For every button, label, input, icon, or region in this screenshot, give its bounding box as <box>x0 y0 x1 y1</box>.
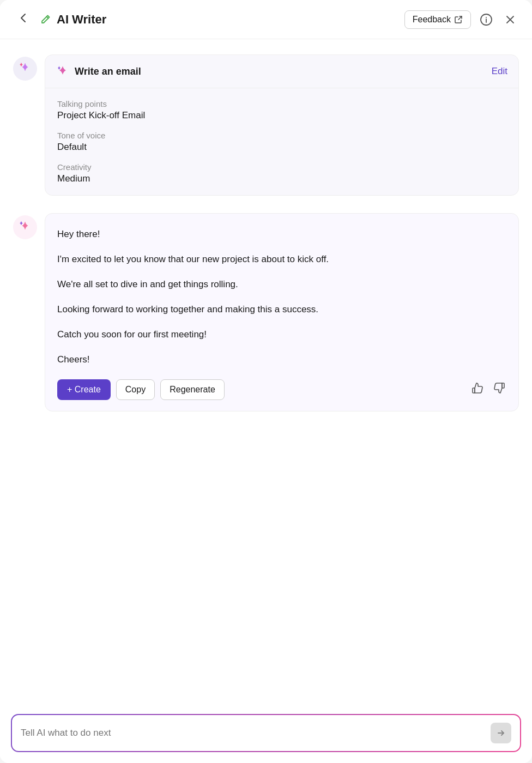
response-p5: Catch you soon for our first meeting! <box>57 327 506 342</box>
sparkle-icon-response <box>18 220 32 234</box>
input-outer <box>11 714 521 752</box>
info-icon <box>480 13 493 26</box>
creativity-value: Medium <box>57 173 506 184</box>
prompt-card-header: Write an email Edit <box>45 55 518 88</box>
external-link-icon <box>454 15 463 24</box>
prompt-field-creativity: Creativity Medium <box>57 162 506 184</box>
prompt-field-talking-points: Talking points Project Kick-off Email <box>57 99 506 121</box>
response-p3: We're all set to dive in and get things … <box>57 277 506 292</box>
sparkle-icon-prompt <box>56 65 69 78</box>
pencil-icon <box>39 14 51 26</box>
close-icon <box>504 13 517 26</box>
response-text: Hey there! I'm excited to let you know t… <box>57 227 506 367</box>
creativity-label: Creativity <box>57 162 506 172</box>
send-button[interactable] <box>491 723 511 743</box>
feedback-label: Feedback <box>413 15 451 25</box>
tone-value: Default <box>57 142 506 153</box>
input-bar <box>0 705 532 763</box>
response-p1: Hey there! <box>57 227 506 242</box>
regenerate-button[interactable]: Regenerate <box>160 379 225 400</box>
send-icon <box>496 728 506 738</box>
app-container: AI Writer Feedback <box>0 0 532 763</box>
response-p6: Cheers! <box>57 352 506 367</box>
create-button[interactable]: + Create <box>57 379 111 400</box>
header-left: AI Writer <box>13 10 106 29</box>
info-button[interactable] <box>477 11 495 28</box>
response-actions: + Create Copy Regenerate <box>57 379 506 400</box>
svg-point-1 <box>486 17 487 18</box>
back-button[interactable] <box>13 10 34 29</box>
thumbs-down-icon <box>492 381 506 395</box>
response-p2: I'm excited to let you know that our new… <box>57 252 506 267</box>
response-card: Hey there! I'm excited to let you know t… <box>45 213 519 411</box>
thumbs-up-button[interactable] <box>470 381 485 398</box>
tone-label: Tone of voice <box>57 131 506 140</box>
response-card-wrapper: Hey there! I'm excited to let you know t… <box>13 213 519 411</box>
ai-input[interactable] <box>21 728 485 738</box>
copy-button[interactable]: Copy <box>116 379 155 400</box>
input-inner <box>12 715 520 751</box>
prompt-card-title-row: Write an email <box>56 65 141 78</box>
header-right: Feedback <box>404 10 519 29</box>
header: AI Writer Feedback <box>0 0 532 39</box>
response-p4: Looking forward to working together and … <box>57 302 506 317</box>
main-content: Write an email Edit Talking points Proje… <box>0 39 532 705</box>
prompt-field-tone: Tone of voice Default <box>57 131 506 153</box>
prompt-card-title: Write an email <box>75 66 141 77</box>
response-actions-left: + Create Copy Regenerate <box>57 379 225 400</box>
close-button[interactable] <box>501 11 519 28</box>
ai-avatar-response <box>13 215 37 239</box>
talking-points-value: Project Kick-off Email <box>57 110 506 121</box>
prompt-card-wrapper: Write an email Edit Talking points Proje… <box>13 55 519 196</box>
prompt-card-body: Talking points Project Kick-off Email To… <box>45 88 518 195</box>
feedback-button[interactable]: Feedback <box>404 10 471 29</box>
response-actions-right <box>470 381 506 398</box>
back-icon <box>17 12 29 24</box>
ai-avatar-prompt <box>13 57 37 81</box>
talking-points-label: Talking points <box>57 99 506 108</box>
sparkle-icon-small <box>18 62 32 76</box>
page-title: AI Writer <box>57 13 106 27</box>
prompt-card: Write an email Edit Talking points Proje… <box>45 55 519 196</box>
thumbs-down-button[interactable] <box>492 381 506 398</box>
thumbs-up-icon <box>470 381 485 395</box>
edit-button[interactable]: Edit <box>492 66 507 77</box>
